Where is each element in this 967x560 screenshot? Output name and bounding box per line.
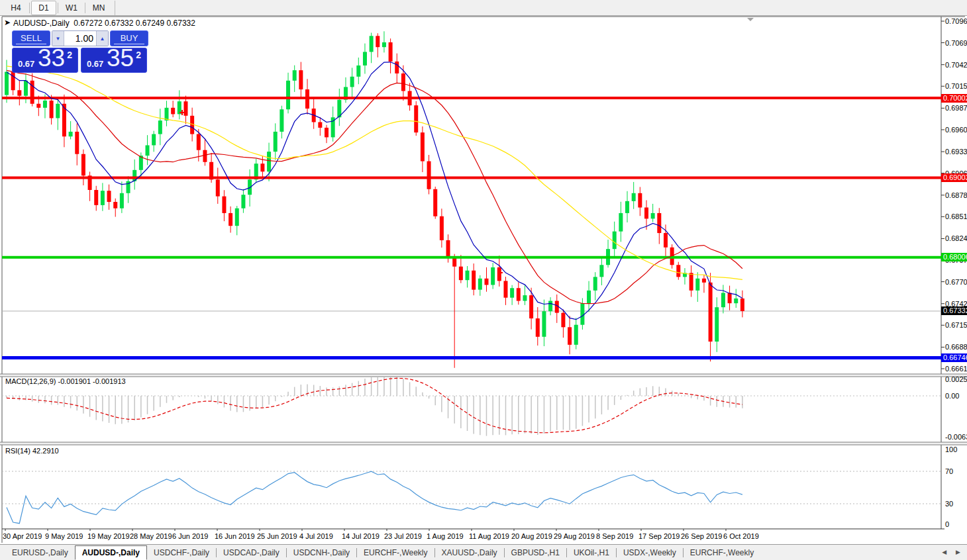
candle-down bbox=[50, 101, 54, 118]
candle-down bbox=[376, 36, 380, 47]
date-label: 11 Aug 2019 bbox=[469, 532, 509, 540]
tab-xauusd-daily[interactable]: XAUUSD-,Daily bbox=[435, 546, 504, 559]
fast-ma bbox=[7, 62, 742, 320]
rsi-scale-0: 0 bbox=[945, 520, 949, 528]
candle-down bbox=[644, 207, 648, 218]
candle-down bbox=[664, 233, 668, 248]
date-label: 6 Oct 2019 bbox=[723, 532, 759, 540]
sell-price-box[interactable]: 0.67 33 2 bbox=[12, 48, 78, 73]
rsi-line bbox=[7, 471, 742, 524]
chart-shift-marker[interactable] bbox=[747, 18, 754, 21]
chart-title: AUDUSD-,Daily 0.67272 0.67332 0.67249 0.… bbox=[13, 19, 195, 28]
candle-up bbox=[715, 307, 719, 342]
candle-down bbox=[702, 279, 706, 283]
sell-price-pip: 2 bbox=[67, 50, 72, 60]
candle-down bbox=[216, 179, 220, 196]
candle-up bbox=[56, 104, 60, 118]
candle-up bbox=[286, 81, 290, 109]
date-label: 4 Jul 2019 bbox=[299, 532, 333, 540]
candle-down bbox=[568, 327, 572, 345]
candle-up bbox=[580, 303, 584, 325]
candle-down bbox=[427, 162, 431, 189]
candle-down bbox=[75, 132, 79, 154]
candle-down bbox=[113, 202, 117, 209]
candle-down bbox=[638, 193, 642, 208]
candle-up bbox=[43, 101, 47, 108]
candle-up bbox=[625, 201, 629, 213]
candle-down bbox=[728, 293, 732, 303]
candle-down bbox=[107, 191, 111, 202]
candle-down bbox=[740, 299, 744, 311]
price-tick: 0.68240 bbox=[945, 234, 967, 242]
candle-up bbox=[120, 193, 124, 209]
buy-button-label: BUY bbox=[121, 33, 138, 43]
candle-down bbox=[299, 70, 303, 89]
candle-down bbox=[485, 279, 489, 285]
candle-down bbox=[503, 281, 507, 297]
chart-symbol: AUDUSD-,Daily bbox=[13, 19, 70, 28]
price-tick: 0.70965 bbox=[945, 17, 967, 25]
tab-scroll-left-icon[interactable]: ◀ bbox=[942, 549, 946, 555]
candle-down bbox=[421, 132, 425, 161]
tab-eurusd-daily[interactable]: EURUSD-,Daily bbox=[5, 546, 75, 559]
candle-up bbox=[158, 120, 162, 134]
candle-down bbox=[229, 213, 232, 226]
candle-down bbox=[657, 213, 661, 233]
tab-audusd-daily[interactable]: AUDUSD-,Daily bbox=[75, 545, 147, 560]
buy-price-box[interactable]: 0.67 35 2 bbox=[81, 48, 147, 73]
tab-ukoil-h1[interactable]: UKOil-,H1 bbox=[567, 546, 616, 559]
cursor-icon: ➤ bbox=[4, 18, 11, 27]
candle-down bbox=[395, 62, 399, 73]
volume-input[interactable] bbox=[64, 31, 96, 46]
date-label: 20 Aug 2019 bbox=[511, 532, 552, 540]
ohlc-open: 0.67272 bbox=[74, 19, 102, 28]
tab-gbpusd-h1[interactable]: GBPUSD-,H1 bbox=[505, 546, 566, 559]
candle-up bbox=[574, 325, 578, 345]
buy-price-big: 35 bbox=[107, 44, 134, 72]
candle-up bbox=[734, 299, 738, 303]
price-tick: 0.66880 bbox=[945, 343, 967, 351]
date-label: 23 Jul 2019 bbox=[384, 532, 422, 540]
volume-increase-button[interactable]: ▲ bbox=[96, 31, 108, 46]
tab-usdchf-daily[interactable]: USDCHF-,Daily bbox=[147, 546, 216, 559]
sell-button-label: SELL bbox=[21, 33, 42, 43]
tab-eurchf-weekly[interactable]: EURCHF-,Weekly bbox=[357, 546, 434, 559]
buy-price-pip: 2 bbox=[136, 50, 141, 60]
tab-usdcad-daily[interactable]: USDCAD-,Daily bbox=[217, 546, 286, 559]
current-price-badge: 0.67332 bbox=[941, 306, 967, 315]
tab-usdx-weekly[interactable]: USDX-,Weekly bbox=[617, 546, 683, 559]
date-label: 16 Jun 2019 bbox=[215, 532, 255, 540]
macd-scale-zero: 0.00 bbox=[945, 392, 959, 400]
price-tick: 0.70420 bbox=[945, 61, 967, 69]
date-label: 19 May 2019 bbox=[87, 532, 130, 540]
date-label: 8 Sep 2019 bbox=[596, 532, 633, 540]
candle-down bbox=[222, 197, 226, 213]
rsi-scale-30: 30 bbox=[945, 500, 953, 508]
macd-signal-line bbox=[7, 378, 742, 432]
date-label: 29 Aug 2019 bbox=[554, 532, 595, 540]
tab-usdcnh-daily[interactable]: USDCNH-,Daily bbox=[287, 546, 356, 559]
candle-up bbox=[548, 301, 552, 312]
candle-down bbox=[536, 318, 540, 337]
candle-down bbox=[17, 90, 21, 95]
candle-up bbox=[5, 72, 9, 95]
tab-scroll-right-icon[interactable]: ▶ bbox=[956, 549, 960, 555]
candle-down bbox=[433, 189, 437, 216]
candle-up bbox=[523, 295, 527, 301]
chart-canvas[interactable] bbox=[0, 0, 967, 560]
candle-up bbox=[241, 195, 245, 208]
price-tick: 0.69330 bbox=[945, 148, 967, 156]
rsi-scale-100: 100 bbox=[945, 445, 957, 453]
date-label: 9 May 2019 bbox=[45, 532, 83, 540]
candle-down bbox=[11, 72, 15, 91]
candle-up bbox=[721, 293, 725, 307]
candle-down bbox=[561, 313, 565, 328]
date-label: 1 Aug 2019 bbox=[427, 532, 464, 540]
candle-down bbox=[414, 105, 418, 132]
price-tick: 0.69875 bbox=[945, 104, 967, 112]
tab-eurchf-weekly[interactable]: EURCHF-,Weekly bbox=[684, 546, 760, 559]
volume-decrease-button[interactable]: ▼ bbox=[52, 31, 64, 46]
candle-down bbox=[401, 73, 405, 91]
mt4-window: H4D1W1MN ➤ AUDUSD-,Daily 0.67272 0.67332… bbox=[0, 0, 967, 560]
candle-down bbox=[260, 163, 264, 171]
